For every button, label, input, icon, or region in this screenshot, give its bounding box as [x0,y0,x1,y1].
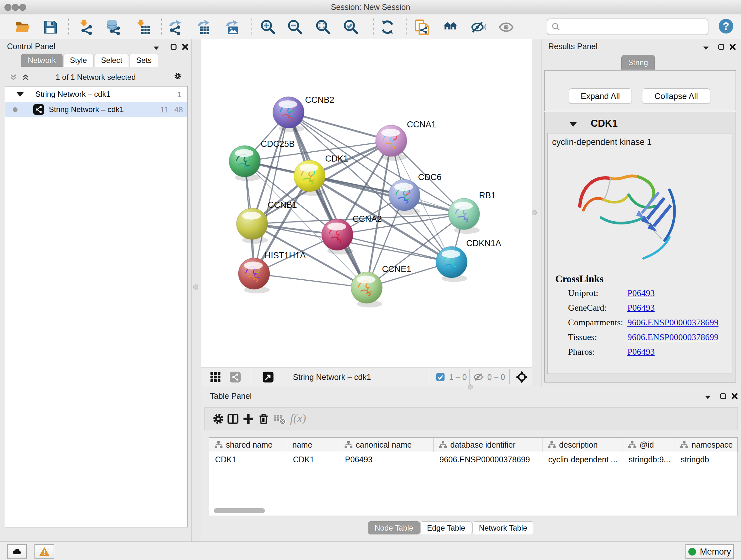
import-network-icon[interactable] [78,19,94,35]
collection-expand-triangle-icon[interactable] [17,92,23,97]
crosslink-value-link[interactable]: P06493 [627,347,655,357]
import-network-database-icon[interactable] [105,19,121,35]
network-node-CCNB1[interactable] [237,208,268,244]
network-node-CDKN1A[interactable] [436,246,467,282]
table-panel-tabs: Node TableEdge TableNetwork Table [368,521,534,534]
crosslink-value-link[interactable]: P06493 [627,288,655,298]
network-node-HIST1H1A[interactable] [239,258,270,294]
protein-collapse-triangle-icon[interactable] [569,122,577,127]
import-table-icon[interactable] [135,19,151,35]
column-header-canonical-name[interactable]: canonical name [339,438,434,452]
network-edge [288,112,367,288]
tab-network[interactable]: Network [21,54,63,67]
collapse-all-button[interactable]: Collapse All [642,88,711,104]
zoom-selected-icon[interactable] [343,19,359,35]
panel-menu-caret-icon[interactable] [704,393,712,401]
tab-sets[interactable]: Sets [130,54,158,67]
column-header-description[interactable]: description [542,438,623,452]
delete-column-trash-icon[interactable] [258,413,270,425]
table-cell[interactable]: cyclin-dependent ... [542,452,623,467]
table-cell[interactable]: CDK1 [287,452,339,467]
tab-style[interactable]: Style [63,54,93,67]
table-cell[interactable]: 9606.ENSP00000378699 [434,452,542,467]
table-cell[interactable]: P06493 [339,452,434,467]
crosslink-value-link[interactable]: 9606.ENSP00000378699 [627,332,718,342]
selected-checkbox-icon[interactable] [436,373,445,381]
panel-close-icon[interactable] [729,43,737,51]
network-options-gear-icon[interactable] [174,72,184,82]
save-session-icon[interactable] [43,19,58,35]
search-box[interactable] [547,18,709,35]
hide-selected-eye-slash-icon[interactable] [470,19,486,35]
toolbar-separator [509,369,510,384]
tab-edge-table[interactable]: Edge Table [420,521,472,535]
tab-string[interactable]: String [621,55,655,70]
export-table-icon[interactable] [195,19,211,35]
horizontal-scrollbar-thumb[interactable] [214,508,265,513]
export-network-icon[interactable] [167,19,183,35]
table-cell[interactable]: stringdb:9... [623,452,675,467]
column-header-@id[interactable]: @id [623,438,675,452]
network-collection-row[interactable]: String Network – cdk1 1 [5,86,187,102]
table-cell[interactable]: stringdb [675,452,738,467]
tab-node-table[interactable]: Node Table [368,521,420,535]
panel-close-icon[interactable] [731,392,738,400]
zoom-in-icon[interactable] [260,19,276,35]
export-image-icon[interactable] [224,19,240,35]
panel-menu-caret-icon[interactable] [702,44,710,52]
column-header-database-identifier[interactable]: database identifier [434,438,542,452]
panel-float-icon[interactable] [718,43,725,51]
table-options-gear-icon[interactable] [212,413,224,425]
refresh-icon[interactable] [380,19,395,35]
vertical-splitter-handle[interactable] [532,210,537,215]
string-network-graph[interactable]: CCNB2CCNA1CDC25BCDK1CDC6RB1CCNB1CCNA2CDK… [201,39,533,368]
tab-select[interactable]: Select [94,54,129,67]
warnings-button[interactable] [35,544,54,559]
network-node-CDK1[interactable] [294,160,325,196]
zoom-fit-icon[interactable] [315,19,331,35]
network-node-RB1[interactable] [448,198,480,234]
column-header-namespace[interactable]: namespace [675,438,738,452]
table-row[interactable]: CDK1CDK1P064939606.ENSP00000378699cyclin… [209,452,738,467]
cloud-status-button[interactable] [7,544,27,559]
birdseye-grid-icon[interactable] [210,372,221,382]
vertical-splitter-handle[interactable] [193,285,198,290]
node-label-HIST1H1A: HIST1H1A [265,251,306,260]
network-node-CCNA1[interactable] [376,125,407,161]
table-cell[interactable]: CDK1 [209,452,287,467]
open-in-new-window-icon[interactable] [263,372,273,382]
panel-float-icon[interactable] [719,392,727,400]
collection-count: 1 [178,90,182,99]
duplicate-network-icon[interactable] [414,19,430,35]
open-session-icon[interactable] [14,19,30,35]
graphics-details-icon[interactable] [442,19,458,35]
zoom-out-icon[interactable] [287,19,303,35]
column-header-shared-name[interactable]: shared name [209,438,287,452]
hidden-eye-slash-icon[interactable] [473,372,484,382]
network-node-CCNB2[interactable] [273,97,304,132]
memory-button[interactable]: Memory [685,544,734,559]
network-node-CCNA2[interactable] [322,219,353,254]
search-input[interactable] [561,20,708,33]
network-node-CCNE1[interactable] [351,272,382,307]
node-table[interactable]: shared namenamecanonical namedatabase id… [209,437,738,516]
add-column-plus-icon[interactable] [242,413,254,425]
help-icon[interactable]: ? [718,18,734,34]
panel-menu-caret-icon[interactable] [152,44,160,52]
crosslink-value-link[interactable]: 9606.ENSP00000378699 [627,317,718,327]
crosslink-value-link[interactable]: P06493 [627,303,655,313]
show-all-eye-icon[interactable] [498,19,514,35]
network-node-CDC25B[interactable] [229,145,260,181]
column-header-name[interactable]: name [287,438,339,452]
pan-crosshair-icon[interactable] [515,371,528,383]
tab-network-table[interactable]: Network Table [472,521,534,535]
string-badge-gray-icon[interactable] [230,372,241,382]
horizontal-splitter-handle[interactable] [468,384,473,389]
network-canvas[interactable]: CCNB2CCNA1CDC25BCDK1CDC6RB1CCNB1CCNA2CDK… [201,39,532,367]
show-columns-icon[interactable] [227,413,239,425]
network-row-selected[interactable]: String Network – cdk1 11 48 [5,102,187,117]
expand-all-button[interactable]: Expand All [569,88,632,104]
network-node-CDC6[interactable] [389,179,420,215]
panel-close-icon[interactable] [181,43,189,51]
panel-float-icon[interactable] [170,43,178,51]
